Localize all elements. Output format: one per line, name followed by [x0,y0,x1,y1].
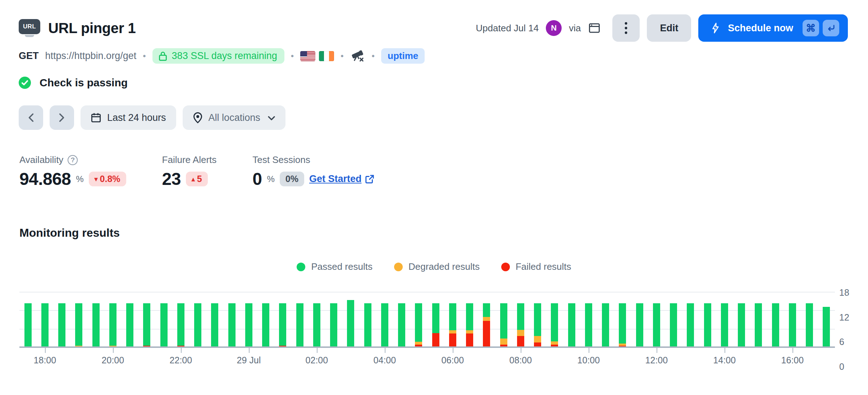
bar-slot[interactable] [682,292,699,348]
bar-slot[interactable] [597,292,614,348]
updated-label: Updated Jul 14 [476,23,539,34]
bar-slot[interactable] [223,292,240,348]
bar-slot[interactable] [784,292,801,348]
bar-slot[interactable] [138,292,155,348]
stacked-bar [449,292,456,348]
x-axis-tick [181,348,182,353]
segment-degraded [483,317,490,321]
url-monitor-icon: URL [19,19,40,37]
bar-slot[interactable] [699,292,716,348]
help-icon[interactable]: ? [68,155,78,165]
bar-slot[interactable] [716,292,733,348]
ssl-badge[interactable]: 383 SSL days remaining [152,48,284,64]
availability-value: 94.868 [19,169,71,189]
bar-slot[interactable] [478,292,495,348]
bar-slot[interactable] [767,292,784,348]
bar-slot[interactable] [529,292,546,348]
bar-slot[interactable] [325,292,342,348]
edit-button[interactable]: Edit [647,14,691,42]
locations-selector[interactable]: All locations [183,105,285,130]
bar-slot[interactable] [733,292,750,348]
bar-slot[interactable] [274,292,291,348]
title-group: URL URL pinger 1 [19,19,136,37]
bar-slot[interactable] [648,292,665,348]
stacked-bar [670,292,677,348]
more-options-button[interactable] [612,14,640,42]
bar-slot[interactable] [512,292,529,348]
bar-slot[interactable] [104,292,121,348]
segment-passed [262,303,269,348]
bar-slot[interactable] [614,292,631,348]
bar-slot[interactable] [444,292,461,348]
x-axis-label: 29 Jul [237,355,261,366]
bar-slot[interactable] [546,292,563,348]
segment-passed [823,307,830,348]
bar-slot[interactable] [750,292,767,348]
bar-slot[interactable] [818,292,835,348]
y-axis-label: 0 [839,362,844,372]
stacked-bar [330,292,337,348]
bar-slot[interactable] [70,292,87,348]
avatar[interactable]: N [546,20,562,36]
bar-slot[interactable] [240,292,257,348]
bar-slot[interactable] [19,292,36,348]
get-started-link[interactable]: Get Started [309,173,375,185]
test-sessions-label: Test Sessions [252,154,310,165]
legend-dot-icon [501,263,510,271]
legend-item-failed[interactable]: Failed results [501,261,571,272]
bar-slot[interactable] [393,292,410,348]
y-axis: 061218 [839,292,861,367]
bar-slot[interactable] [122,292,138,348]
bar-slot[interactable] [291,292,308,348]
bar-slot[interactable] [87,292,104,348]
bar-slot[interactable] [54,292,70,348]
legend-item-degraded[interactable]: Degraded results [394,261,480,272]
legend-item-passed[interactable]: Passed results [297,261,373,272]
bar-slot[interactable] [410,292,427,348]
segment-degraded [517,330,524,336]
stacked-bar [381,292,388,348]
bar-slot[interactable] [631,292,648,348]
bar-slot[interactable] [801,292,818,348]
bar-slot[interactable] [359,292,376,348]
bar-slot[interactable] [155,292,172,348]
check-url: https://httpbin.org/get [45,50,137,62]
bar-slot[interactable] [206,292,223,348]
segment-passed [143,303,150,346]
header: URL URL pinger 1 Updated Jul 14 N via Ed… [0,0,868,42]
schedule-now-button[interactable]: Schedule now ⌘ [698,14,848,42]
previous-period-button[interactable] [19,105,43,130]
test-sessions-unit: % [267,174,274,184]
bar-slot[interactable] [580,292,597,348]
dot-separator: • [291,51,294,61]
legend-label: Passed results [311,261,373,272]
segment-passed [92,303,100,348]
failure-alerts-delta-badge: ▴ 5 [186,172,208,186]
bar-slot[interactable] [189,292,206,348]
bar-slot[interactable] [308,292,325,348]
stacked-bar [262,292,269,348]
bar-slot[interactable] [427,292,444,348]
bar-slot[interactable] [342,292,359,348]
bar-slot[interactable] [495,292,512,348]
segment-passed [806,303,813,348]
next-period-button[interactable] [50,105,74,130]
bar-slot[interactable] [257,292,274,348]
stacked-bar [534,292,541,348]
bar-slot[interactable] [172,292,189,348]
stacked-bar [466,292,473,348]
segment-degraded [415,342,422,345]
time-range-selector[interactable]: Last 24 hours [81,105,176,130]
bar-slot[interactable] [376,292,393,348]
segment-passed [245,303,252,348]
segment-passed [704,303,711,348]
bar-slot[interactable] [563,292,580,348]
bar-slot[interactable] [461,292,478,348]
bar-slot[interactable] [665,292,682,348]
bar-slot[interactable] [36,292,53,348]
return-key-icon [823,20,839,36]
x-axis-label: 04:00 [374,355,396,366]
stat-test-sessions: Test Sessions 0 % 0% Get Started [252,154,374,189]
segment-passed [738,303,745,348]
uptime-badge[interactable]: uptime [381,48,425,64]
